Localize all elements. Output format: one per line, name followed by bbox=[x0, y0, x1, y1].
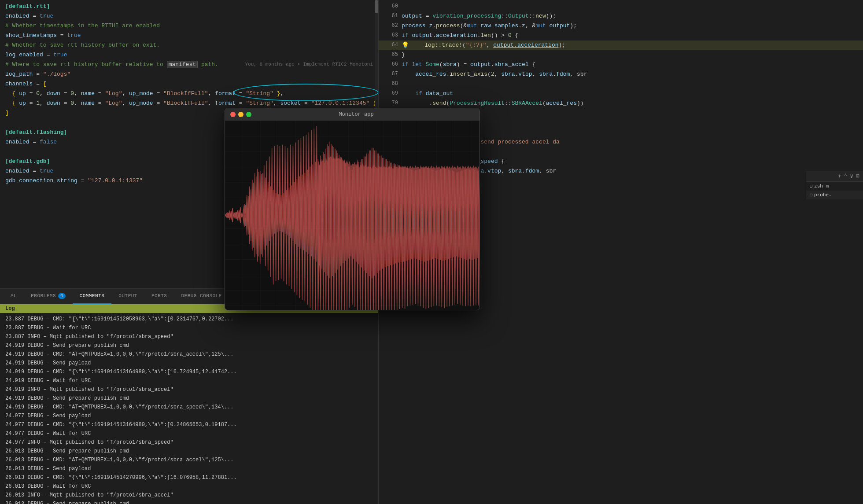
terminal-tabs-panel: + ⌃ ∨ ⊡ ⊡ zsh m ⊡ probe- bbox=[806, 171, 863, 199]
panel-actions: + ⌃ ∨ ⊡ bbox=[806, 171, 863, 182]
tab-output[interactable]: OUTPUT bbox=[111, 289, 144, 304]
code-line-69: 69 if data_out bbox=[379, 89, 863, 99]
code-line: { up = 1, down = 0, name = "Log", up_mod… bbox=[0, 99, 378, 108]
monitor-titlebar: Monitor app bbox=[225, 108, 479, 121]
probe-icon: ⊡ bbox=[810, 192, 812, 198]
log-line: 24.919 DEBUG – Send payload bbox=[0, 359, 378, 368]
code-line: log_enabled = true bbox=[0, 50, 378, 60]
bottom-content: Log 23.887 DEBUG – CMD: "{\"t\":16919145… bbox=[0, 304, 378, 504]
log-line: 26.013 DEBUG – Send prepare publish cmd bbox=[0, 447, 378, 456]
tab-ports-label: PORTS bbox=[151, 293, 167, 298]
tab-debug-console-label: DEBUG CONSOLE bbox=[181, 293, 221, 298]
code-line: channels = [ bbox=[0, 79, 378, 89]
log-line: 24.977 DEBUG – Send payload bbox=[0, 412, 378, 420]
terminal-tab-zsh[interactable]: ⊡ zsh m bbox=[806, 182, 863, 191]
code-line: { up = 0, down = 0, name = "Log", up_mod… bbox=[0, 89, 378, 99]
terminal-tab-probe[interactable]: ⊡ probe- bbox=[806, 191, 863, 199]
tab-al-label: AL bbox=[11, 293, 17, 298]
tab-output-label: OUTPUT bbox=[118, 293, 137, 298]
scrollbar-thumb[interactable] bbox=[375, 0, 378, 13]
tab-problems[interactable]: PROBLEMS 4 bbox=[24, 289, 72, 304]
close-panel-icon[interactable]: ⊡ bbox=[856, 173, 859, 180]
code-line-65: 65 } bbox=[379, 50, 863, 60]
code-line-70: 70 .send(ProcessingResult::SBRAAccel(acc… bbox=[379, 99, 863, 108]
main-container: [default.rtt] enabled = true # Whether t… bbox=[0, 0, 863, 504]
log-line: 26.013 DEBUG – CMD: "{\"t\":169191451427… bbox=[0, 473, 378, 482]
code-line-67: 67 accel_res.insert_axis(2, sbra.vtop, s… bbox=[379, 70, 863, 79]
monitor-body bbox=[225, 121, 479, 310]
log-line: 26.013 DEBUG – Send prepare publish cmd bbox=[0, 500, 378, 504]
git-blame: You, 8 months ago • Implement RTIC2 Mono… bbox=[245, 61, 373, 69]
log-line: 24.919 DEBUG – CMD: "{\"t\":169191451316… bbox=[0, 368, 378, 376]
line-number-66: 66 bbox=[384, 60, 402, 69]
code-line-63: 63 if output.acceleration.len() > 0 { bbox=[379, 31, 863, 40]
log-line: 26.013 DEBUG – Send payload bbox=[0, 464, 378, 473]
code-line-61: 61 output = vibration_processing::Output… bbox=[379, 11, 863, 21]
more-options-icon[interactable]: ∨ bbox=[850, 173, 853, 180]
line-number-61: 61 bbox=[384, 12, 402, 20]
close-button[interactable] bbox=[230, 112, 236, 117]
code-line: [default.rtt] bbox=[0, 2, 378, 11]
log-line: 23.887 DEBUG – Wait for URC bbox=[0, 324, 378, 332]
monitor-window: Monitor app bbox=[225, 108, 480, 310]
log-line: 24.977 INFO – Mqtt published to "f/proto… bbox=[0, 438, 378, 447]
code-line: log_path = "./logs" bbox=[0, 70, 378, 79]
monitor-title: Monitor app bbox=[238, 111, 474, 118]
line-number-69: 69 bbox=[384, 89, 402, 98]
line-number-68: 68 bbox=[384, 80, 402, 88]
code-line-62: 62 process_z.process(&mut raw_samples.z,… bbox=[379, 21, 863, 31]
waveform-svg bbox=[225, 121, 479, 310]
log-line: 24.919 DEBUG – CMD: "AT+QMTPUBEX=1,0,0,0… bbox=[0, 350, 378, 359]
log-line: 24.977 DEBUG – Wait for URC bbox=[0, 429, 378, 438]
code-line: # Whether timestamps in the RTTUI are en… bbox=[0, 21, 378, 31]
code-line-68: 68 bbox=[379, 79, 863, 89]
line-number-62: 62 bbox=[384, 22, 402, 30]
log-line: 24.919 INFO – Mqtt published to "f/proto… bbox=[0, 385, 378, 394]
tab-problems-label: PROBLEMS bbox=[31, 293, 56, 298]
terminal-icon: ⊡ bbox=[810, 184, 812, 189]
line-number-64: 64 bbox=[384, 41, 402, 49]
log-line: 24.919 DEBUG – Send prepare publish cmd bbox=[0, 394, 378, 403]
log-line: 24.919 DEBUG – Wait for URC bbox=[0, 376, 378, 385]
code-line: enabled = true bbox=[0, 11, 378, 21]
log-line: 23.887 DEBUG – CMD: "{\"t\":169191451205… bbox=[0, 315, 378, 324]
bulb-icon: 💡 bbox=[402, 40, 409, 50]
problems-badge: 4 bbox=[58, 293, 66, 299]
tab-debug-console[interactable]: DEBUG CONSOLE bbox=[174, 289, 229, 304]
code-line: show_timestamps = true bbox=[0, 31, 378, 40]
log-line: 24.919 DEBUG – Send prepare publish cmd bbox=[0, 341, 378, 350]
log-line: 23.887 INFO – Mqtt published to "f/proto… bbox=[0, 332, 378, 341]
terminal-tab-probe-label: probe- bbox=[814, 192, 832, 198]
code-line-64: 64 💡 log::trace!("{:?}", output.accelera… bbox=[379, 40, 863, 50]
code-line-60: 60 bbox=[379, 2, 863, 11]
tab-ports[interactable]: PORTS bbox=[144, 289, 174, 304]
tab-comments-label: COMMENTS bbox=[80, 293, 105, 298]
line-number-70: 70 bbox=[384, 99, 402, 107]
bottom-panel: AL PROBLEMS 4 COMMENTS OUTPUT PORTS DEBU… bbox=[0, 288, 378, 504]
log-line: 26.013 DEBUG – Wait for URC bbox=[0, 482, 378, 491]
code-line: # Where to save rtt history buffer relat… bbox=[0, 60, 378, 70]
line-number-65: 65 bbox=[384, 51, 402, 59]
tab-al[interactable]: AL bbox=[4, 289, 24, 304]
log-lines: 23.887 DEBUG – CMD: "{\"t\":169191451205… bbox=[0, 313, 378, 504]
code-line-66: 66 if let Some(sbra) = output.sbra_accel… bbox=[379, 60, 863, 70]
log-line: 24.919 DEBUG – CMD: "AT+QMTPUBEX=1,0,0,0… bbox=[0, 403, 378, 412]
line-number-63: 63 bbox=[384, 31, 402, 40]
code-line: # Whether to save rtt history buffer on … bbox=[0, 40, 378, 50]
add-terminal-button[interactable]: + bbox=[838, 173, 841, 180]
tab-comments[interactable]: COMMENTS bbox=[73, 289, 112, 304]
split-terminal-button[interactable]: ⌃ bbox=[844, 173, 848, 180]
log-line: 24.977 DEBUG – CMD: "{\"t\":169191451316… bbox=[0, 420, 378, 429]
line-number-67: 67 bbox=[384, 70, 402, 78]
log-line: 26.013 INFO – Mqtt published to "f/proto… bbox=[0, 491, 378, 500]
log-line: 26.013 DEBUG – CMD: "AT+QMTPUBEX=1,0,0,0… bbox=[0, 456, 378, 464]
line-number-60: 60 bbox=[384, 2, 402, 11]
terminal-tab-zsh-label: zsh m bbox=[814, 184, 829, 189]
